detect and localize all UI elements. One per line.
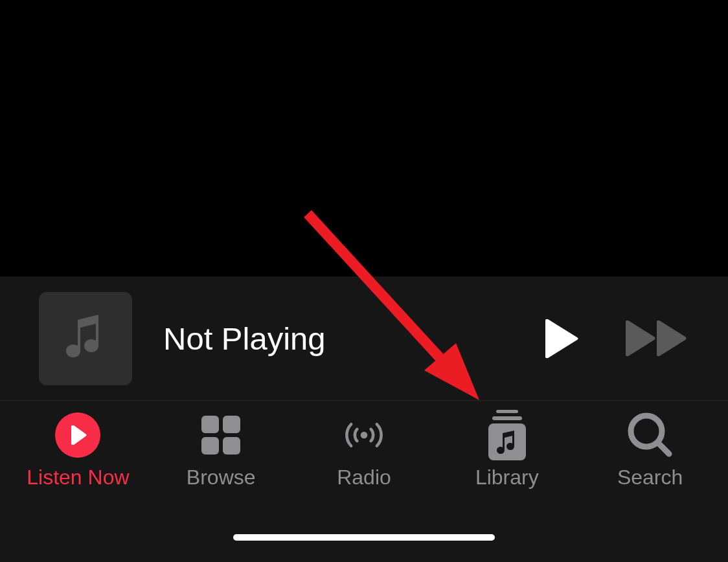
svg-rect-5 xyxy=(496,410,518,413)
tab-library[interactable]: Library xyxy=(442,412,572,489)
now-playing-status: Not Playing xyxy=(163,320,543,357)
listen-now-icon xyxy=(55,412,100,458)
play-button[interactable] xyxy=(543,319,579,358)
svg-rect-7 xyxy=(488,423,526,460)
browse-grid-icon xyxy=(198,412,244,458)
svg-rect-3 xyxy=(223,437,240,455)
tab-radio[interactable]: Radio xyxy=(299,412,429,489)
now-playing-bar[interactable]: Not Playing xyxy=(0,276,728,401)
svg-rect-0 xyxy=(201,416,219,433)
radio-waves-icon xyxy=(341,412,387,458)
home-indicator-area xyxy=(0,512,728,562)
tab-label-listen-now: Listen Now xyxy=(27,466,129,489)
tab-browse[interactable]: Browse xyxy=(156,412,286,489)
svg-point-4 xyxy=(361,432,368,439)
next-track-button[interactable] xyxy=(624,320,689,356)
svg-rect-6 xyxy=(492,416,522,420)
content-area xyxy=(0,0,728,276)
tab-listen-now[interactable]: Listen Now xyxy=(13,412,142,489)
playback-controls xyxy=(543,319,689,358)
tab-label-search: Search xyxy=(617,466,683,489)
album-art-placeholder xyxy=(39,292,132,385)
tab-label-radio: Radio xyxy=(337,466,391,489)
tab-bar: Listen Now Browse Radio xyxy=(0,401,728,512)
svg-rect-1 xyxy=(223,416,240,433)
svg-rect-2 xyxy=(201,437,219,455)
music-note-icon xyxy=(66,315,105,363)
home-indicator[interactable] xyxy=(233,534,495,541)
svg-line-9 xyxy=(658,443,669,454)
tab-search[interactable]: Search xyxy=(586,412,715,489)
tab-label-library: Library xyxy=(475,466,539,489)
library-stack-icon xyxy=(484,412,530,458)
tab-label-browse: Browse xyxy=(187,466,256,489)
search-icon xyxy=(628,412,673,458)
